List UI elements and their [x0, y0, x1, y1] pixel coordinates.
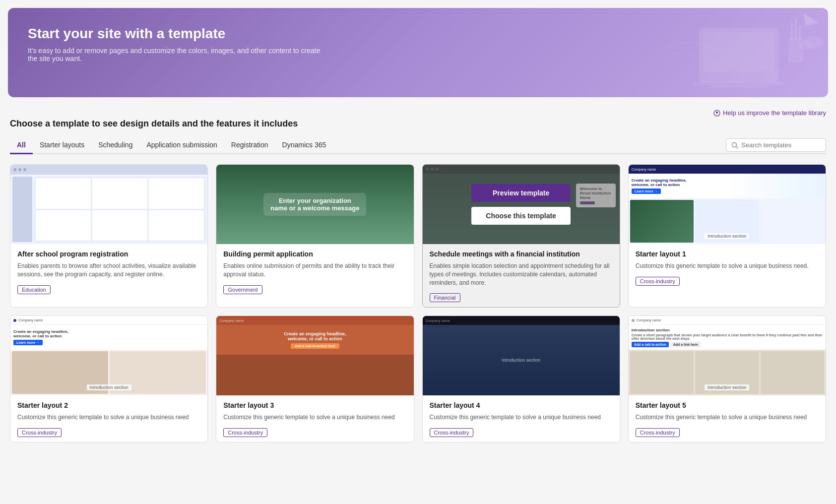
card-body-starter1: Starter layout 1 Customize this generic …	[629, 244, 826, 291]
tab-dynamics365[interactable]: Dynamics 365	[275, 137, 333, 154]
svg-rect-3	[709, 85, 769, 88]
card-tag-schedule: Financial	[430, 293, 460, 302]
template-grid: After school program registration Enable…	[10, 164, 826, 442]
card-tag-starter2: Cross-industry	[17, 428, 62, 437]
improve-link[interactable]: Help us improve the template library	[713, 109, 826, 117]
card-tag-starter5: Cross-industry	[636, 428, 680, 437]
building-overlay-text: Enter your organizationname or a welcome…	[263, 193, 366, 216]
choose-template-button[interactable]: Choose this template	[471, 207, 571, 225]
template-card-schedule[interactable]: Welcome toReset InstitutionName Preview …	[422, 164, 620, 308]
card-preview-schedule: Welcome toReset InstitutionName Preview …	[423, 165, 620, 244]
card-desc-starter1: Customize this generic template to solve…	[636, 262, 819, 270]
svg-rect-2	[693, 81, 784, 85]
search-icon	[731, 142, 738, 149]
template-card-starter5[interactable]: Company name Introduction section Create…	[628, 315, 826, 442]
svg-rect-6	[795, 18, 797, 40]
card-body-starter4: Starter layout 4 Customize this generic …	[423, 395, 620, 442]
card-name-schedule: Schedule meetings with a financial insti…	[430, 250, 613, 258]
tab-all[interactable]: All	[10, 137, 33, 154]
card-tag-starter1: Cross-industry	[636, 277, 680, 286]
template-card-starter1[interactable]: Company name Create an engaging headline…	[628, 164, 826, 308]
card-name-starter4: Starter layout 4	[430, 401, 613, 409]
template-card-starter3[interactable]: Company name Create an engaging headline…	[216, 315, 414, 442]
search-input[interactable]	[741, 141, 821, 149]
card-desc-afterschool: Enables parents to browse after school a…	[17, 262, 200, 279]
improve-link-row: Help us improve the template library	[0, 105, 836, 119]
card-desc-starter5: Customize this generic template to solve…	[636, 413, 819, 422]
template-card-afterschool[interactable]: After school program registration Enable…	[10, 164, 208, 308]
svg-rect-4	[788, 38, 803, 63]
card-preview-starter5: Company name Introduction section Create…	[629, 316, 826, 395]
card-body-schedule: Schedule meetings with a financial insti…	[423, 244, 620, 307]
card-tag-building: Government	[223, 285, 262, 294]
card-tag-starter4: Cross-industry	[430, 428, 474, 437]
search-area[interactable]	[726, 138, 826, 152]
card-name-afterschool: After school program registration	[17, 250, 200, 258]
hero-banner: Start your site with a template It's eas…	[8, 8, 828, 97]
card-desc-starter3: Customize this generic template to solve…	[223, 413, 406, 422]
card-tag-starter3: Cross-industry	[223, 428, 267, 437]
card-name-starter2: Starter layout 2	[17, 401, 200, 409]
svg-rect-5	[791, 23, 793, 40]
card-body-building: Building permit application Enables onli…	[216, 244, 413, 299]
card-selected-overlay: Preview template Choose this template	[423, 165, 620, 244]
starter1-intro-label: Introduction section	[705, 233, 749, 239]
section-title: Choose a template to see design details …	[10, 119, 826, 129]
card-body-starter2: Starter layout 2 Customize this generic …	[10, 395, 207, 442]
tabs-row: All Starter layouts Scheduling Applicati…	[10, 137, 826, 154]
starter5-intro-label: Introduction section	[705, 384, 749, 390]
card-desc-starter4: Customize this generic template to solve…	[430, 413, 613, 422]
tab-scheduling[interactable]: Scheduling	[91, 137, 139, 154]
svg-rect-7	[799, 25, 801, 40]
card-body-starter5: Starter layout 5 Customize this generic …	[629, 395, 826, 442]
card-body-afterschool: After school program registration Enable…	[10, 244, 207, 299]
hero-subtitle: It's easy to add or remove pages and cus…	[28, 47, 325, 63]
template-card-starter4[interactable]: Company name Introduction section Starte…	[422, 315, 620, 442]
svg-point-9	[799, 40, 813, 50]
card-preview-starter1: Company name Create an engaging headline…	[629, 165, 826, 244]
card-name-building: Building permit application	[223, 250, 406, 258]
main-content: Choose a template to see design details …	[0, 119, 836, 452]
svg-line-13	[736, 146, 738, 148]
card-desc-starter2: Customize this generic template to solve…	[17, 413, 200, 422]
card-preview-starter2: Company name Create an engaging headline…	[10, 316, 207, 395]
feedback-icon	[713, 110, 720, 117]
preview-template-button[interactable]: Preview template	[471, 184, 571, 202]
template-card-starter2[interactable]: Company name Create an engaging headline…	[10, 315, 208, 442]
card-name-starter5: Starter layout 5	[636, 401, 819, 409]
starter2-intro-label: Introduction section	[87, 384, 131, 390]
card-desc-building: Enables online submission of permits and…	[223, 262, 406, 279]
tab-registration[interactable]: Registration	[224, 137, 275, 154]
card-body-starter3: Starter layout 3 Customize this generic …	[216, 395, 413, 442]
card-preview-building: Enter your organizationname or a welcome…	[216, 165, 413, 244]
hero-illustration	[659, 8, 828, 97]
card-desc-schedule: Enables simple location selection and ap…	[430, 262, 613, 287]
card-preview-starter4: Company name Introduction section	[423, 316, 620, 395]
tab-application-submission[interactable]: Application submission	[139, 137, 224, 154]
card-name-starter1: Starter layout 1	[636, 250, 819, 258]
template-card-building[interactable]: Enter your organizationname or a welcome…	[216, 164, 414, 308]
card-preview-starter3: Company name Create an engaging headline…	[216, 316, 413, 395]
card-preview-afterschool	[10, 165, 207, 244]
tab-starter-layouts[interactable]: Starter layouts	[33, 137, 91, 154]
card-tag-afterschool: Education	[17, 285, 51, 294]
improve-link-text: Help us improve the template library	[723, 109, 826, 117]
svg-point-11	[716, 114, 717, 115]
card-name-starter3: Starter layout 3	[223, 401, 406, 409]
